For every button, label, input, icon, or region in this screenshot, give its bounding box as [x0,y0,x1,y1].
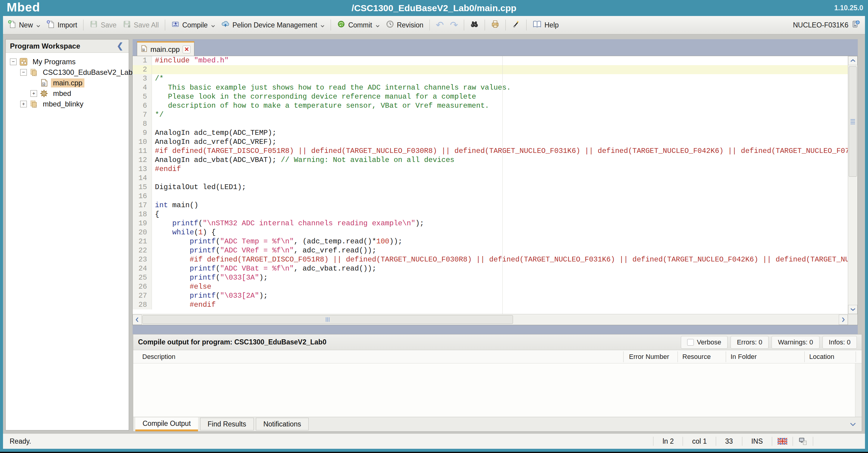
chevron-down-icon [36,21,40,29]
device-selector-button[interactable]: NUCLEO-F031K6 [790,18,863,32]
collapse-output-button[interactable] [849,422,856,428]
tree-expander[interactable]: − [20,69,27,76]
code-line-15[interactable]: 15DigitalOut led(LED1); [133,183,848,192]
tree-item-mbed-blinky[interactable]: +mbed_blinky [6,98,129,109]
tree-expander[interactable]: − [10,58,17,65]
commit-button[interactable]: Commit [334,19,382,32]
tab-close-button[interactable]: ✕ [183,46,190,53]
verbose-checkbox[interactable] [687,339,694,346]
code-line-9[interactable]: 9AnalogIn adc_temp(ADC_TEMP); [133,129,848,138]
pelion-device-management-button[interactable]: Pelion Device Management [218,19,328,32]
header-bar: Mbed /CSC1300_EduBaseV2_Lab0/main.cpp 1.… [0,0,868,16]
language-flag-icon[interactable] [772,438,793,445]
line-number: 10 [133,138,152,147]
errors-count-button[interactable]: Errors: 0 [731,336,769,349]
code-line-13[interactable]: 13#endif [133,165,848,174]
column-description[interactable]: Description [142,353,176,361]
tree-item-csc1300-edubasev2-lab0[interactable]: −CSC1300_EduBaseV2_Lab0 [6,67,129,78]
code-line-3[interactable]: 3/* [133,74,848,83]
tree-item-main-cpp[interactable]: cmain.cpp [6,78,129,88]
line-number: 18 [133,210,152,219]
tree-item-label: main.cpp [51,78,84,87]
code-line-8[interactable]: 8 [133,119,848,129]
line-number: 23 [133,255,152,264]
infos-count-button[interactable]: Infos: 0 [823,336,857,349]
line-number: 2 [133,65,152,74]
verbose-toggle[interactable]: Verbose [681,336,727,349]
output-scrollbar-track[interactable] [855,363,862,417]
scroll-left-button[interactable] [133,315,142,325]
code-line-21[interactable]: 21 printf("ADC Temp = %f\n", (adc_temp.r… [133,237,848,246]
code-line-22[interactable]: 22 printf("ADC VRef = %f\n", adc_vref.re… [133,246,848,255]
horizontal-scroll-thumb[interactable] [142,315,513,324]
code-line-14[interactable]: 14 [133,174,848,183]
compile-button[interactable]: Compile [168,19,218,32]
line-number: 27 [133,291,152,301]
find-button[interactable] [467,19,482,32]
redo-button[interactable]: ↷ [447,20,461,30]
code-area[interactable]: 1#include "mbed.h"23/*4 This basic examp… [133,56,848,314]
code-line-11[interactable]: 11#if defined(TARGET_DISCO_F051R8) || de… [133,147,848,155]
line-number: 25 [133,273,152,282]
code-line-4[interactable]: 4 This basic example just shows how to r… [133,83,848,92]
code-line-17[interactable]: 17int main() [133,201,848,210]
tree-item-mbed[interactable]: +mbed [6,88,129,98]
help-button[interactable]: Help [530,19,561,31]
undo-button[interactable]: ↶ [433,20,447,30]
scroll-down-button[interactable] [848,305,858,314]
tree-expander[interactable]: + [30,90,37,97]
code-line-5[interactable]: 5 Please look in the corresponding devic… [133,92,848,101]
warnings-count-button[interactable]: Warnings: 0 [772,336,819,349]
new-button[interactable]: New [5,19,43,32]
results-table-body [133,363,862,417]
code-line-6[interactable]: 6 description of how to make a temperatu… [133,101,848,110]
print-button[interactable] [488,19,502,32]
column-error-number[interactable]: Error Number [629,353,669,361]
tree-expander[interactable]: + [20,101,27,107]
code-line-7[interactable]: 7*/ [133,110,848,119]
save-button[interactable]: Save [87,19,119,32]
code-line-28[interactable]: 28 #endif [133,301,848,309]
code-line-24[interactable]: 24 printf("ADC VBat = %f\n", adc_vbat.re… [133,264,848,273]
tree-item-my-programs[interactable]: −My Programs [6,56,129,67]
code-line-26[interactable]: 26 #else [133,282,848,291]
code-line-12[interactable]: 12AnalogIn adc_vbat(ADC_VBAT); // Warnin… [133,155,848,165]
line-number: 21 [133,237,152,246]
vertical-scrollbar[interactable] [848,56,858,314]
code-line-23[interactable]: 23 #if defined(TARGET_DISCO_F051R8) || d… [133,255,848,264]
vertical-scroll-thumb[interactable] [849,66,857,177]
scroll-up-button[interactable] [848,56,858,65]
editor-tab-main-cpp[interactable]: c main.cpp ✕ [137,41,194,56]
code-line-20[interactable]: 20 while(1) { [133,228,848,237]
column-in-folder[interactable]: In Folder [731,353,757,361]
line-content: int main() [152,201,848,210]
collapse-panel-button[interactable]: ❮ [116,41,124,51]
code-line-27[interactable]: 27 printf("\033[2A"); [133,291,848,301]
code-line-19[interactable]: 19 printf("\nSTM32 ADC internal channels… [133,219,848,228]
toolbar-separator [331,20,331,30]
scroll-right-button[interactable] [839,315,848,325]
horizontal-scrollbar[interactable] [133,314,848,325]
line-content [152,192,848,201]
code-line-18[interactable]: 18{ [133,210,848,219]
code-line-2[interactable]: 2 [133,65,848,74]
column-resource[interactable]: Resource [682,353,711,361]
code-line-25[interactable]: 25 printf("\033[3A"); [133,273,848,282]
line-content: AnalogIn adc_vref(ADC_VREF); [152,138,848,147]
device-status-icon[interactable] [793,437,813,446]
line-number: 5 [133,92,152,101]
tab-compile-output[interactable]: Compile Output [135,417,198,431]
tab-notifications[interactable]: Notifications [256,418,309,430]
code-line-16[interactable]: 16 [133,192,848,201]
import-button[interactable]: Import [43,19,80,32]
cursor-line-indicator: ln 2 [653,437,683,446]
code-line-1[interactable]: 1#include "mbed.h" [133,56,848,65]
format-wand-button[interactable] [509,19,523,32]
panel-splitter[interactable] [133,325,858,334]
tab-find-results[interactable]: Find Results [200,418,254,430]
save-all-button[interactable]: Save All [120,19,162,32]
code-line-10[interactable]: 10AnalogIn adc_vref(ADC_VREF); [133,138,848,147]
line-number: 7 [133,110,152,119]
revision-button[interactable]: Revision [383,19,427,32]
column-location[interactable]: Location [809,353,834,361]
